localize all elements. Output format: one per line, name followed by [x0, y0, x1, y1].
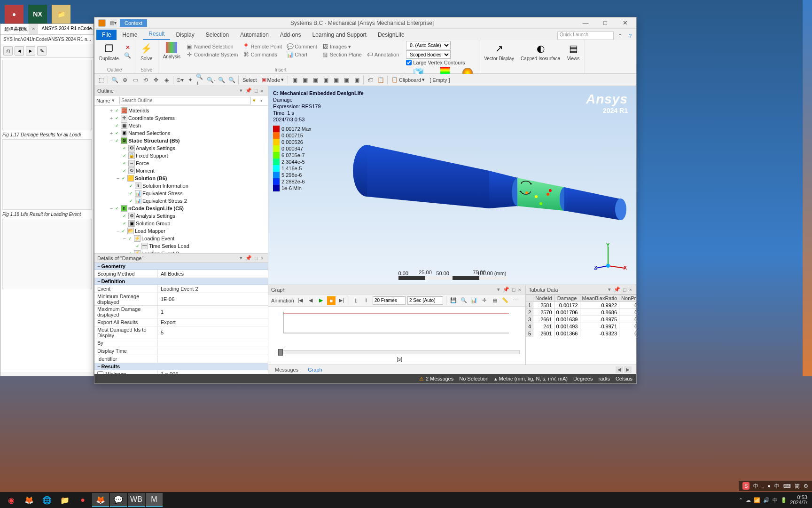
views-button[interactable]: ▤Views — [565, 41, 582, 62]
ime-tray[interactable]: S 中, ●中 ⌨简 ⚙ — [739, 481, 812, 491]
view-icon-4[interactable]: ▣ — [321, 75, 330, 85]
solve-button[interactable]: ⚡Solve — [138, 41, 155, 62]
zoom-minus-icon[interactable]: 🔍- — [206, 75, 216, 85]
status-units[interactable]: ▴Metric (mm, kg, N, s, mV, mA) — [494, 376, 568, 382]
pin-icon[interactable]: 📌 — [612, 286, 622, 293]
view-icon-7[interactable]: ▣ — [352, 75, 361, 85]
tab-messages[interactable]: Messages — [270, 366, 303, 373]
time-slider[interactable] — [278, 350, 520, 354]
duplicate-button[interactable]: ❐Duplicate — [97, 41, 121, 62]
wechat-icon[interactable]: 💬 — [110, 493, 127, 507]
next-frame-icon[interactable]: ▶| — [337, 296, 346, 305]
maximize-button[interactable]: □ — [597, 18, 614, 28]
graph-canvas[interactable]: [s] — [268, 307, 525, 365]
maximize-pane-icon[interactable]: □ — [253, 255, 259, 261]
maximize-pane-icon[interactable]: □ — [253, 88, 259, 94]
iso-icon[interactable]: ◈ — [162, 75, 171, 85]
zoom-graph-icon[interactable]: 🔍 — [460, 296, 468, 305]
details-grid[interactable]: −Geometry Scoping MethodAll Bodies −Defi… — [94, 263, 268, 374]
explorer-icon[interactable]: 📁 — [56, 493, 73, 507]
zoom-plus-icon[interactable]: 🔍+ — [196, 75, 205, 85]
more-icon[interactable]: ⋯ — [511, 296, 520, 305]
center-icon[interactable]: ✦ — [186, 75, 195, 85]
system-tray[interactable]: ⌃ ☁ 📶 🔊 中 🔋 0:532024/7/ — [739, 495, 809, 505]
orient-icon[interactable]: ⬚ — [96, 75, 106, 85]
pin-icon[interactable]: 📌 — [244, 87, 253, 94]
forward-icon[interactable]: ► — [26, 46, 35, 56]
desktop-icon-nx[interactable]: NX — [28, 5, 47, 24]
tab-display[interactable]: Display — [170, 30, 200, 40]
images-button[interactable]: 🖼Images▾ — [321, 43, 363, 50]
mode-dropdown[interactable]: ▣Mode▾ — [260, 77, 286, 83]
coord-system-button[interactable]: ✛Coordinate System — [185, 51, 239, 58]
view-icon-5[interactable]: ▣ — [331, 75, 341, 85]
qat-dropdown-icon[interactable]: ▤▾ — [109, 19, 117, 27]
close-pane-icon[interactable]: × — [259, 88, 265, 94]
remote-point-button[interactable]: 📍Remote Point — [242, 43, 283, 50]
clipboard-icon[interactable]: 📋 — [376, 75, 385, 85]
large-vertex-checkbox[interactable]: Large Vertex Contours — [406, 60, 476, 65]
tab-result[interactable]: Result — [143, 29, 170, 40]
commands-button[interactable]: ⌘Commands — [242, 51, 283, 58]
view-triad[interactable]: Y X Z — [594, 242, 627, 275]
zoom-in-icon[interactable]: ⊕ — [120, 75, 130, 85]
status-rads[interactable]: rad/s — [598, 376, 609, 381]
close-icon[interactable]: × — [29, 24, 38, 34]
rotate-icon[interactable]: ⟲ — [141, 75, 150, 85]
zoom-fit-icon[interactable]: 🔍 — [110, 75, 119, 85]
tab-file[interactable]: File — [96, 30, 117, 40]
close-pane-icon[interactable]: × — [628, 287, 633, 293]
chevron-down-icon[interactable]: ▾ — [238, 255, 244, 261]
view-icon-3[interactable]: ▣ — [311, 75, 320, 85]
view-icon-2[interactable]: ▣ — [300, 75, 310, 85]
grid-icon[interactable]: ▤ — [491, 296, 499, 305]
outline-tree[interactable]: +✓🧱Materials +✓✛Coordinate Systems ✓▦Mes… — [94, 106, 268, 253]
quick-launch-input[interactable]: Quick Launch — [557, 32, 614, 40]
firefox2-icon[interactable]: 🦊 — [92, 493, 109, 507]
close-pane-icon[interactable]: × — [259, 255, 265, 261]
pin-icon[interactable]: 📌 — [244, 255, 253, 261]
scroll-left-icon[interactable]: ◀ — [616, 366, 623, 373]
box-zoom-icon[interactable]: ▭ — [131, 75, 140, 85]
3d-viewport[interactable]: C: Mechanical Embedded DesignLife Damage… — [268, 86, 636, 285]
maximize-pane-icon[interactable]: □ — [511, 287, 517, 293]
find-button[interactable]: 🔍 — [124, 52, 132, 59]
close-pane-icon[interactable]: × — [517, 287, 523, 293]
prev-frame-icon[interactable]: ◀ — [306, 296, 315, 305]
scoped-bodies-select[interactable]: Scoped Bodies — [406, 50, 451, 59]
search-outline-input[interactable] — [119, 97, 251, 104]
axis-icon[interactable]: ✛ — [480, 296, 489, 305]
look-at-icon[interactable]: ⊙▾ — [175, 75, 185, 85]
help-icon[interactable]: ? — [626, 32, 634, 40]
tab-automation[interactable]: Automation — [234, 30, 274, 40]
frames-input[interactable] — [373, 296, 406, 305]
view-icon-1[interactable]: ▣ — [290, 75, 299, 85]
record-icon[interactable]: ● — [74, 493, 91, 507]
start-button[interactable]: ◉ — [3, 493, 20, 507]
filter-icon[interactable]: ▾ — [253, 97, 258, 103]
chevron-down-icon[interactable]: ▾ — [607, 286, 612, 293]
loop-icon[interactable]: ▯ — [352, 296, 360, 305]
zoom-sel-icon[interactable]: 🔍 — [217, 75, 226, 85]
scroll-right-icon[interactable]: ▶ — [624, 366, 632, 373]
name-column-label[interactable]: Name — [96, 98, 110, 103]
annotation-button[interactable]: 🏷Annotation — [366, 51, 400, 58]
desktop-icon[interactable]: ● — [5, 5, 23, 24]
print-icon[interactable]: ⎙ — [3, 46, 13, 56]
firefox-icon[interactable]: 🦊 — [21, 493, 38, 507]
tag-icon[interactable]: 🏷 — [366, 75, 375, 85]
workbench-icon[interactable]: WB — [128, 493, 145, 507]
section-plane-button[interactable]: ▨Section Plane — [321, 51, 363, 58]
tab-home[interactable]: Home — [117, 30, 143, 40]
first-frame-icon[interactable]: |◀ — [296, 296, 304, 305]
dist-icon[interactable]: ⫴ — [362, 296, 371, 305]
collapse-ribbon-icon[interactable]: ⌃ — [616, 32, 624, 40]
stop-icon[interactable]: ■ — [327, 296, 336, 305]
tab-addons[interactable]: Add-ons — [274, 30, 307, 40]
tabular-data-table[interactable]: NodeIdDamageMeanBiaxRatioNonProp125810.0… — [526, 294, 636, 365]
status-degrees[interactable]: Degrees — [573, 376, 593, 381]
bg-tab-2[interactable]: ANSYS 2024 R1 nCode... — [38, 24, 94, 34]
comment-button[interactable]: 💬Comment — [286, 43, 318, 50]
play-icon[interactable]: ▶ — [317, 296, 325, 305]
maximize-pane-icon[interactable]: □ — [622, 287, 628, 293]
